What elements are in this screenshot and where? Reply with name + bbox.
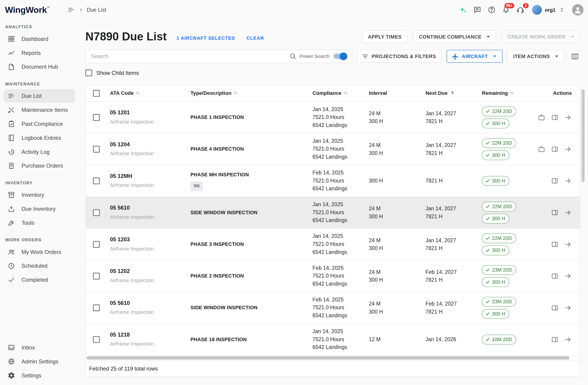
- add-to-work-order-icon[interactable]: [538, 113, 545, 121]
- row-checkbox[interactable]: [93, 177, 100, 184]
- add-to-work-order-icon[interactable]: [538, 145, 545, 153]
- table-row[interactable]: 05 1204Airframe InspectionPHASE 4 INSPEC…: [86, 133, 580, 165]
- open-row-icon[interactable]: [564, 145, 572, 153]
- sidebar-item-scheduled[interactable]: Scheduled: [3, 259, 75, 273]
- actions-cell: [534, 228, 580, 260]
- chat-button[interactable]: [470, 3, 484, 17]
- open-row-icon[interactable]: [564, 177, 572, 184]
- row-checkbox[interactable]: [93, 336, 100, 343]
- sidebar-section-label: INVENTORY: [5, 181, 75, 185]
- person-icon: [573, 4, 583, 15]
- details-panel-icon[interactable]: [551, 272, 559, 280]
- column-header-remaining[interactable]: Remaining: [479, 90, 534, 96]
- details-panel-icon[interactable]: [551, 177, 559, 184]
- row-checkbox[interactable]: [93, 114, 100, 121]
- sidebar-item-past-compliance[interactable]: Past Compliance: [3, 117, 75, 131]
- ata-code: 05 1202: [110, 267, 185, 276]
- search-input[interactable]: [91, 53, 287, 59]
- apply-times-button[interactable]: APPLY TIMES: [362, 30, 407, 43]
- clear-selection-link[interactable]: CLEAR: [247, 35, 264, 41]
- sidebar-item-maintenance-items[interactable]: Maintenance Items: [3, 103, 75, 117]
- continue-compliance-button[interactable]: CONTINUE COMPLIANCE: [413, 30, 496, 43]
- details-panel-icon[interactable]: [551, 145, 559, 153]
- sidebar-item-label: Dashboard: [21, 36, 48, 42]
- sidebar-item-admin-settings[interactable]: Admin Settings: [3, 355, 75, 368]
- table-row[interactable]: 05 5610Airframe InspectionSIDE WINDOW IN…: [86, 197, 580, 228]
- scheduled-icon: [8, 262, 15, 270]
- open-row-icon[interactable]: [564, 272, 572, 280]
- ata-code: 05 1204: [110, 141, 185, 148]
- remaining-chip: 10M 20D: [482, 334, 516, 344]
- table-row[interactable]: 05 1201Airframe InspectionPHASE 1 INSPEC…: [86, 102, 580, 133]
- details-panel-icon[interactable]: [551, 304, 559, 312]
- ata-subtitle: Airframe Inspection: [110, 340, 185, 348]
- row-checkbox[interactable]: [93, 272, 100, 279]
- sidebar-item-my-work-orders[interactable]: My Work Orders: [3, 245, 75, 259]
- table-row[interactable]: 05 1202Airframe InspectionPHASE 2 INSPEC…: [86, 260, 580, 292]
- org-selector[interactable]: org1: [532, 5, 565, 15]
- ai-assistant-button[interactable]: [456, 3, 470, 17]
- horizontal-scrollbar-thumb[interactable]: [86, 356, 570, 360]
- reports-icon: [8, 49, 15, 57]
- sidebar-item-label: Reports: [21, 50, 41, 56]
- sidebar-item-due-inventory[interactable]: Due Inventory: [3, 202, 75, 216]
- help-button[interactable]: [484, 3, 499, 17]
- power-search-toggle[interactable]: [333, 53, 347, 60]
- sidebar-item-dashboard[interactable]: Dashboard: [3, 32, 75, 46]
- ata-code: 05 1203: [110, 236, 185, 244]
- sidebar-item-due-list[interactable]: Due List: [3, 89, 75, 103]
- table-row[interactable]: 05 5610Airframe InspectionSIDE WINDOW IN…: [86, 292, 580, 324]
- sidebar-item-reports[interactable]: Reports: [3, 46, 75, 60]
- details-panel-icon[interactable]: [551, 336, 559, 343]
- sidebar-item-document-hub[interactable]: Document Hub: [3, 60, 75, 74]
- ata-code-cell: 05 5610Airframe Inspection: [107, 292, 188, 324]
- projections-filters-button[interactable]: PROJECTIONS & FILTERS: [357, 50, 442, 63]
- column-header-next-due[interactable]: Next Due: [422, 90, 479, 96]
- row-checkbox[interactable]: [93, 209, 100, 216]
- sidebar-item-activity-log[interactable]: Activity Log: [3, 145, 75, 159]
- show-child-items-checkbox[interactable]: [85, 70, 92, 77]
- support-button[interactable]: 2: [513, 3, 527, 17]
- column-header-compliance[interactable]: Compliance: [309, 90, 366, 96]
- sidebar-item-logbook-entries[interactable]: Logbook Entries: [3, 131, 75, 145]
- next-due-cell: Feb 14, 20277821 H: [422, 260, 479, 292]
- sidebar-item-inbox[interactable]: Inbox: [3, 341, 75, 354]
- sidebar-item-inventory[interactable]: Inventory: [3, 188, 75, 202]
- vertical-scrollbar-thumb[interactable]: [582, 89, 585, 182]
- create-work-order-button[interactable]: CREATE WORK ORDER: [502, 30, 580, 43]
- select-all-checkbox[interactable]: [93, 90, 100, 97]
- column-settings-button[interactable]: [569, 51, 580, 62]
- sort-icon: [135, 90, 141, 96]
- open-row-icon[interactable]: [564, 304, 572, 312]
- sidebar-item-purchase-orders[interactable]: Purchase Orders: [3, 159, 75, 173]
- aircraft-filter-button[interactable]: AIRCRAFT: [446, 50, 503, 63]
- table-row[interactable]: 05 1218Airframe InspectionPHASE 18 INSPE…: [86, 324, 580, 355]
- table-row[interactable]: 05 12MHAirframe InspectionPHASE MH INSPE…: [86, 165, 580, 197]
- notifications-button[interactable]: 99+: [499, 3, 513, 17]
- next-due-cell: Feb 14, 20277821 H: [422, 292, 479, 324]
- table-row[interactable]: 05 1203Airframe InspectionPHASE 3 INSPEC…: [86, 228, 580, 260]
- details-panel-icon[interactable]: [551, 113, 559, 121]
- compliance-cell: Jan 14, 20257521.0 Hours6542 Landings: [309, 102, 366, 133]
- row-checkbox[interactable]: [93, 241, 100, 248]
- open-row-icon[interactable]: [564, 113, 572, 121]
- column-header-type-description[interactable]: Type/Description: [188, 90, 309, 96]
- sidebar-item-settings[interactable]: Settings: [3, 369, 75, 382]
- row-checkbox[interactable]: [93, 145, 100, 152]
- type-description: PHASE 3 INSPECTION: [190, 240, 307, 248]
- aircraft-selected-link[interactable]: 1 AIRCRAFT SELECTED: [176, 35, 235, 41]
- table-header-row: ATA Code Type/Description Compliance Int…: [86, 85, 580, 101]
- open-row-icon[interactable]: [564, 336, 572, 343]
- row-checkbox[interactable]: [93, 304, 100, 311]
- item-actions-button[interactable]: ITEM ACTIONS: [507, 50, 565, 63]
- details-panel-icon[interactable]: [551, 209, 559, 216]
- user-avatar-button[interactable]: [572, 4, 583, 15]
- open-row-icon[interactable]: [564, 209, 572, 216]
- type-description-cell: SIDE WINDOW INSPECTION: [188, 292, 309, 324]
- sidebar-item-completed[interactable]: Completed: [3, 273, 75, 286]
- details-panel-icon[interactable]: [551, 240, 559, 248]
- column-header-ata-code[interactable]: ATA Code: [107, 90, 188, 96]
- open-row-icon[interactable]: [564, 240, 572, 248]
- sidebar-item-tools[interactable]: Tools: [3, 216, 75, 230]
- app-logo[interactable]: WingWork ™: [5, 5, 50, 15]
